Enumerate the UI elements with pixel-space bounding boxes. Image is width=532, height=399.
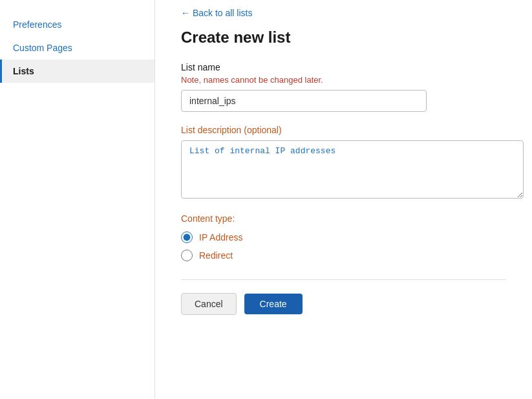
list-name-input[interactable] [181, 90, 427, 112]
create-button[interactable]: Create [244, 294, 303, 314]
cancel-button[interactable]: Cancel [181, 293, 237, 315]
radio-item-redirect[interactable]: Redirect [181, 250, 506, 261]
button-row: Cancel Create [181, 293, 506, 315]
radio-ip-address-label: IP Address [199, 232, 242, 243]
sidebar: Preferences Custom Pages Lists [0, 0, 155, 399]
list-description-input[interactable]: List of internal IP addresses [181, 140, 524, 199]
radio-item-ip-address[interactable]: IP Address [181, 232, 506, 243]
list-name-section: List name Note, names cannot be changed … [181, 62, 506, 112]
sidebar-item-lists[interactable]: Lists [0, 59, 154, 83]
content-type-radio-group: IP Address Redirect [181, 232, 506, 261]
page-title: Create new list [181, 28, 506, 47]
main-content: ← Back to all lists Create new list List… [155, 0, 532, 399]
list-description-label: List description (optional) [181, 125, 506, 135]
radio-ip-address[interactable] [181, 232, 193, 243]
divider [181, 279, 506, 280]
sidebar-item-custom-pages[interactable]: Custom Pages [0, 36, 154, 59]
list-name-label: List name [181, 62, 506, 72]
sidebar-item-preferences[interactable]: Preferences [0, 13, 154, 36]
list-description-section: List description (optional) List of inte… [181, 125, 506, 200]
content-type-section: Content type: IP Address Redirect [181, 213, 506, 261]
content-type-label: Content type: [181, 213, 506, 224]
radio-redirect-label: Redirect [199, 250, 233, 261]
list-name-note: Note, names cannot be changed later. [181, 75, 506, 85]
radio-redirect[interactable] [181, 250, 193, 261]
back-to-lists-link[interactable]: ← Back to all lists [181, 8, 252, 18]
